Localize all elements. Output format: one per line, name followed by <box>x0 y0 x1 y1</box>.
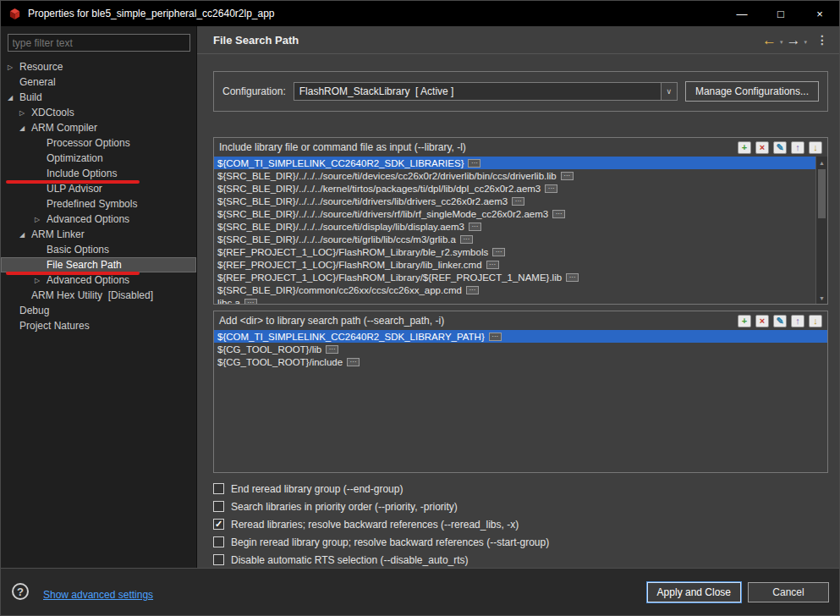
list-item[interactable]: ${SRC_BLE_DIR}/common/cc26xx/ccs/cc26xx_… <box>214 283 815 296</box>
variable-browse-icon[interactable]: ··· <box>552 210 565 218</box>
variable-browse-icon[interactable]: ··· <box>347 358 360 366</box>
list-item[interactable]: ${COM_TI_SIMPLELINK_CC2640R2_SDK_LIBRARI… <box>214 157 815 169</box>
variable-browse-icon[interactable]: ··· <box>244 299 257 305</box>
titlebar[interactable]: Properties for ble5_simple_peripheral_cc… <box>1 1 839 26</box>
variable-browse-icon[interactable]: ··· <box>561 172 574 180</box>
sidebar-item-debug[interactable]: Debug <box>1 303 196 318</box>
variable-browse-icon[interactable]: ··· <box>460 235 473 244</box>
filter-input[interactable] <box>8 34 190 52</box>
edit-icon[interactable]: ✎ <box>773 141 787 154</box>
forward-history-chevron-icon[interactable]: ▾ <box>804 39 807 46</box>
minimize-button[interactable]: — <box>722 1 761 26</box>
library-list-scrollbar[interactable]: ▲ ▼ <box>815 157 827 304</box>
sidebar-item-project-natures[interactable]: Project Natures <box>1 318 196 333</box>
variable-browse-icon[interactable]: ··· <box>469 223 481 231</box>
configuration-dropdown[interactable]: FlashROM_StackLibrary [ Active ] ∨ <box>294 82 678 101</box>
list-item[interactable]: ${SRC_BLE_DIR}/../../../source/ti/displa… <box>214 220 815 233</box>
list-item[interactable]: ${COM_TI_SIMPLELINK_CC2640R2_SDK_LIBRARY… <box>214 330 827 343</box>
sidebar-item-processor-options[interactable]: Processor Options <box>1 135 196 151</box>
show-advanced-settings-link[interactable]: Show advanced settings <box>43 589 153 601</box>
variable-browse-icon[interactable]: ··· <box>489 333 502 341</box>
sidebar-item-label: ARM Hex Utility [Disabled] <box>31 289 153 301</box>
sidebar-item-include-options[interactable]: Include Options <box>1 166 196 181</box>
sidebar-item-optimization[interactable]: Optimization <box>1 151 196 166</box>
cancel-button[interactable]: Cancel <box>748 582 829 602</box>
list-item[interactable]: ${SRC_BLE_DIR}/../../../source/ti/device… <box>214 169 815 182</box>
list-item[interactable]: ${REF_PROJECT_1_LOC}/FlashROM_Library/bl… <box>214 245 815 258</box>
checkbox-unchecked[interactable] <box>213 501 224 512</box>
move-down-icon[interactable]: ↓ <box>809 141 822 154</box>
list-item[interactable]: libc.a··· <box>214 296 815 304</box>
variable-browse-icon[interactable]: ··· <box>492 248 505 256</box>
list-item[interactable]: ${CG_TOOL_ROOT}/include··· <box>214 355 827 368</box>
edit-icon[interactable]: ✎ <box>773 315 787 327</box>
list-item-text: ${REF_PROJECT_1_LOC}/FlashROM_Library/li… <box>217 260 482 270</box>
list-item[interactable]: ${SRC_BLE_DIR}/../../../kernel/tirtos/pa… <box>214 182 815 195</box>
sidebar-item-xdctools[interactable]: ▷XDCtools <box>1 105 196 120</box>
scroll-down-icon[interactable]: ▼ <box>816 292 827 304</box>
variable-browse-icon[interactable]: ··· <box>486 261 499 269</box>
sidebar-item-basic-options[interactable]: Basic Options <box>1 242 196 257</box>
list-item-text: ${REF_PROJECT_1_LOC}/FlashROM_Library/${… <box>217 272 562 283</box>
expanded-twistie-icon[interactable]: ◢ <box>19 124 31 132</box>
footer-bar: ? Show advanced settings Apply and Close… <box>1 568 839 615</box>
collapsed-twistie-icon[interactable]: ▷ <box>19 109 31 117</box>
sidebar-item-arm-compiler[interactable]: ◢ARM Compiler <box>1 120 196 135</box>
checkbox-checked[interactable]: ✓ <box>213 519 224 530</box>
list-item[interactable]: ${SRC_BLE_DIR}/../../../source/ti/driver… <box>214 207 815 220</box>
collapsed-twistie-icon[interactable]: ▷ <box>35 277 47 284</box>
collapsed-twistie-icon[interactable]: ▷ <box>35 216 47 223</box>
back-history-chevron-icon[interactable]: ▾ <box>780 39 783 46</box>
scrollbar-thumb[interactable] <box>818 169 826 218</box>
forward-icon[interactable]: → <box>786 33 800 47</box>
list-item[interactable]: ${SRC_BLE_DIR}/../../../source/ti/grlib/… <box>214 233 815 245</box>
expanded-twistie-icon[interactable]: ◢ <box>19 231 31 239</box>
list-item[interactable]: ${SRC_BLE_DIR}/../../../source/ti/driver… <box>214 195 815 207</box>
close-button[interactable]: × <box>800 1 839 26</box>
checkbox-row: ✓Reread libraries; resolve backward refe… <box>213 515 828 533</box>
dropdown-chevron-icon[interactable]: ∨ <box>661 83 677 100</box>
annotation-red-underline <box>6 272 140 275</box>
list-item-text: ${CG_TOOL_ROOT}/include <box>217 357 343 367</box>
search-path-group: Add <dir> to library search path (--sear… <box>213 311 828 473</box>
maximize-button[interactable]: □ <box>761 1 800 26</box>
manage-configurations-button[interactable]: Manage Configurations... <box>685 81 819 102</box>
checkbox-unchecked[interactable] <box>213 554 224 565</box>
add-icon[interactable]: + <box>738 315 751 327</box>
sidebar-item-arm-linker[interactable]: ◢ARM Linker <box>1 227 196 242</box>
list-item[interactable]: ${CG_TOOL_ROOT}/lib··· <box>214 343 827 355</box>
sidebar-item-arm-hex-utility-disabled[interactable]: ARM Hex Utility [Disabled] <box>1 288 196 303</box>
page-title: File Search Path <box>213 34 299 47</box>
variable-browse-icon[interactable]: ··· <box>468 159 480 168</box>
sidebar-item-general[interactable]: General <box>1 74 196 90</box>
sidebar-item-resource[interactable]: ▷Resource <box>1 59 196 74</box>
move-up-icon[interactable]: ↑ <box>791 315 804 327</box>
delete-icon[interactable]: × <box>755 315 769 327</box>
variable-browse-icon[interactable]: ··· <box>326 345 338 354</box>
move-up-icon[interactable]: ↑ <box>791 141 804 154</box>
sidebar-item-file-search-path[interactable]: File Search Path <box>1 257 196 272</box>
sidebar-item-build[interactable]: ◢Build <box>1 90 196 105</box>
sidebar-item-predefined-symbols[interactable]: Predefined Symbols <box>1 196 196 212</box>
delete-icon[interactable]: × <box>755 141 769 154</box>
view-menu-icon[interactable]: ⋮ <box>816 33 828 47</box>
checkbox-unchecked[interactable] <box>213 483 224 494</box>
help-button[interactable]: ? <box>12 583 29 600</box>
sidebar-item-advanced-options[interactable]: ▷Advanced Options <box>1 212 196 227</box>
list-item[interactable]: ${REF_PROJECT_1_LOC}/FlashROM_Library/${… <box>214 271 815 283</box>
expanded-twistie-icon[interactable]: ◢ <box>8 94 19 102</box>
move-down-icon[interactable]: ↓ <box>809 315 822 327</box>
apply-and-close-button[interactable]: Apply and Close <box>647 582 741 602</box>
dialog-content: ▷ResourceGeneral◢Build▷XDCtools◢ARM Comp… <box>1 26 839 568</box>
list-item[interactable]: ${REF_PROJECT_1_LOC}/FlashROM_Library/li… <box>214 258 815 271</box>
variable-browse-icon[interactable]: ··· <box>566 273 579 282</box>
scroll-up-icon[interactable]: ▲ <box>816 157 827 168</box>
collapsed-twistie-icon[interactable]: ▷ <box>8 63 19 71</box>
back-icon[interactable]: ← <box>762 33 777 47</box>
checkbox-unchecked[interactable] <box>213 536 224 547</box>
variable-browse-icon[interactable]: ··· <box>545 184 557 193</box>
list-item-text: ${SRC_BLE_DIR}/../../../source/ti/device… <box>217 171 557 181</box>
add-icon[interactable]: + <box>738 141 751 154</box>
variable-browse-icon[interactable]: ··· <box>512 197 524 206</box>
variable-browse-icon[interactable]: ··· <box>466 286 479 294</box>
